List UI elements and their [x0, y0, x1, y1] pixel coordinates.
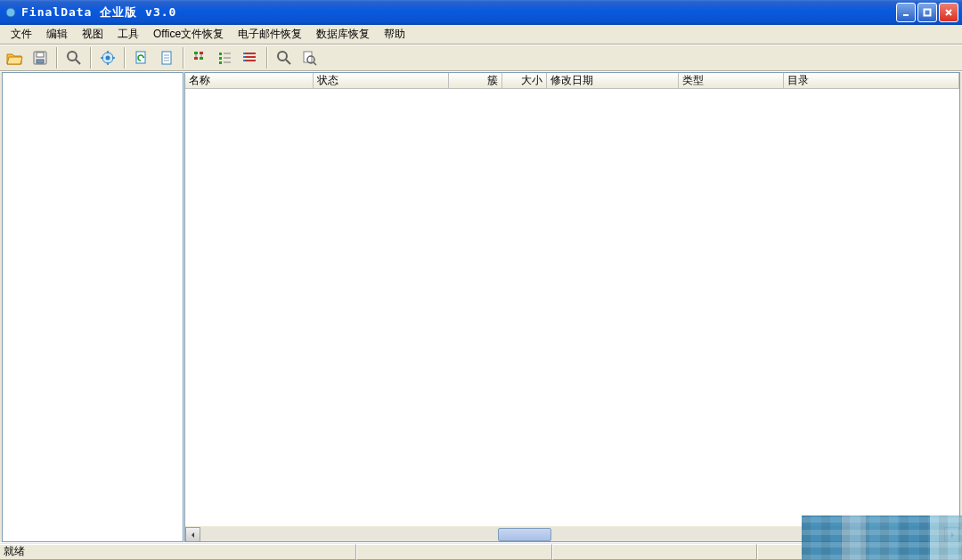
column-status[interactable]: 状态	[314, 73, 449, 88]
svg-rect-27	[219, 53, 222, 55]
tree-view-button[interactable]	[189, 46, 212, 69]
find-page-button[interactable]	[298, 46, 321, 69]
status-cell-2	[356, 544, 552, 560]
toolbar-separator	[266, 47, 268, 69]
svg-rect-36	[243, 53, 245, 54]
list-pane: 名称 状态 簇 大小 修改日期 类型 目录	[184, 72, 960, 542]
menu-help[interactable]: 帮助	[377, 25, 412, 44]
svg-point-11	[106, 56, 110, 61]
menubar: 文件 编辑 视图 工具 Office文件恢复 电子邮件恢复 数据库恢复 帮助	[0, 25, 962, 45]
menu-view[interactable]: 视图	[75, 25, 110, 44]
page-refresh-button[interactable]	[130, 46, 153, 69]
menu-file[interactable]: 文件	[4, 25, 39, 44]
svg-rect-22	[200, 52, 203, 54]
app-icon	[4, 5, 18, 20]
svg-point-39	[278, 52, 287, 61]
list-tree-button[interactable]	[214, 46, 237, 69]
scroll-right-icon[interactable]	[944, 527, 959, 542]
close-button[interactable]	[939, 3, 958, 22]
toolbar-separator	[183, 47, 184, 69]
open-button[interactable]	[4, 46, 27, 69]
column-directory[interactable]: 目录	[784, 73, 959, 88]
settings-button[interactable]	[96, 46, 119, 69]
svg-rect-38	[243, 60, 245, 61]
toolbar-separator	[56, 47, 58, 69]
svg-line-9	[76, 60, 80, 64]
minimize-button[interactable]	[896, 3, 916, 22]
svg-rect-2	[925, 10, 931, 16]
statusbar: 就绪	[0, 542, 962, 560]
menu-tools[interactable]: 工具	[110, 25, 146, 44]
page-button[interactable]	[155, 46, 178, 69]
svg-rect-24	[200, 57, 203, 60]
menu-office-recover[interactable]: Office文件恢复	[146, 25, 231, 44]
scroll-left-icon[interactable]	[185, 527, 200, 542]
svg-rect-31	[219, 61, 222, 64]
status-cell-3	[552, 544, 757, 560]
svg-point-0	[6, 8, 15, 17]
toolbar-separator	[90, 47, 92, 69]
svg-rect-21	[194, 52, 198, 54]
scroll-track[interactable]	[200, 527, 944, 541]
toolbar	[0, 45, 962, 71]
window-title: FinalData 企业版 v3.0	[21, 4, 896, 20]
svg-rect-29	[219, 57, 222, 60]
svg-rect-37	[243, 56, 245, 58]
horizontal-scrollbar[interactable]	[185, 526, 959, 541]
status-text: 就绪	[0, 544, 356, 560]
menu-edit[interactable]: 编辑	[39, 25, 75, 44]
save-button[interactable]	[29, 46, 52, 69]
menu-db-recover[interactable]: 数据库恢复	[309, 25, 377, 44]
window-controls	[896, 3, 958, 22]
svg-rect-23	[194, 57, 198, 60]
column-type[interactable]: 类型	[679, 73, 784, 88]
list-body[interactable]	[185, 89, 959, 526]
menu-email-recover[interactable]: 电子邮件恢复	[231, 25, 309, 44]
list-header: 名称 状态 簇 大小 修改日期 类型 目录	[185, 73, 959, 89]
tree-pane[interactable]	[2, 72, 183, 542]
svg-line-40	[286, 60, 290, 64]
find-button[interactable]	[273, 46, 296, 69]
titlebar: FinalData 企业版 v3.0	[0, 0, 962, 25]
svg-rect-6	[37, 53, 44, 57]
search-button[interactable]	[62, 46, 86, 69]
svg-rect-7	[37, 60, 44, 63]
svg-point-8	[68, 52, 77, 61]
details-view-button[interactable]	[239, 46, 262, 69]
column-name[interactable]: 名称	[185, 73, 314, 88]
toolbar-separator	[124, 47, 126, 69]
column-modified[interactable]: 修改日期	[547, 73, 679, 88]
column-cluster[interactable]: 簇	[449, 73, 502, 88]
main-area: 名称 状态 簇 大小 修改日期 类型 目录	[0, 71, 962, 542]
column-size[interactable]: 大小	[502, 73, 547, 88]
scroll-thumb[interactable]	[498, 528, 551, 541]
status-cell-4	[757, 544, 962, 560]
svg-line-43	[314, 62, 316, 65]
maximize-button[interactable]	[917, 3, 937, 22]
